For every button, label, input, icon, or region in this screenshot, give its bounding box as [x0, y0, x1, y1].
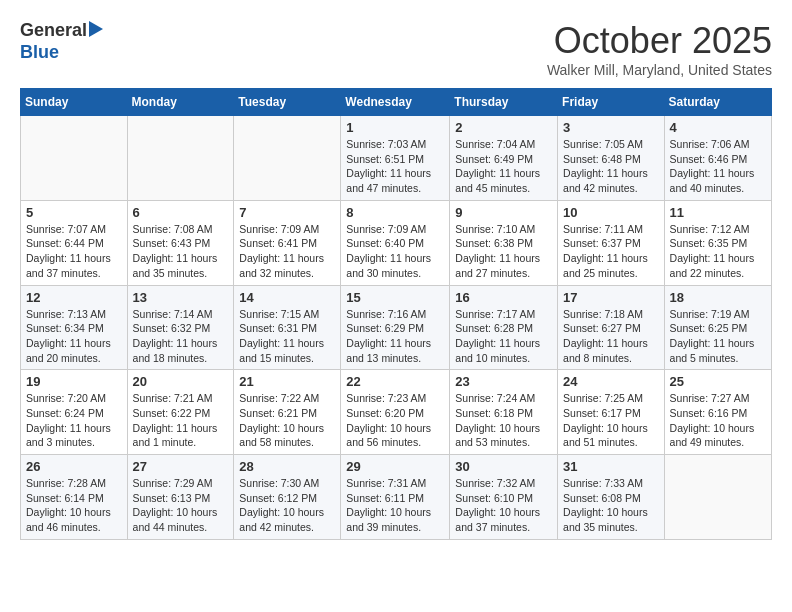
calendar-cell: 29Sunrise: 7:31 AM Sunset: 6:11 PM Dayli… [341, 455, 450, 540]
day-info: Sunrise: 7:04 AM Sunset: 6:49 PM Dayligh… [455, 137, 552, 196]
day-info: Sunrise: 7:09 AM Sunset: 6:41 PM Dayligh… [239, 222, 335, 281]
day-number: 31 [563, 459, 659, 474]
day-info: Sunrise: 7:07 AM Sunset: 6:44 PM Dayligh… [26, 222, 122, 281]
day-info: Sunrise: 7:09 AM Sunset: 6:40 PM Dayligh… [346, 222, 444, 281]
day-number: 9 [455, 205, 552, 220]
calendar-cell [234, 116, 341, 201]
calendar-cell: 22Sunrise: 7:23 AM Sunset: 6:20 PM Dayli… [341, 370, 450, 455]
day-info: Sunrise: 7:30 AM Sunset: 6:12 PM Dayligh… [239, 476, 335, 535]
calendar-cell: 10Sunrise: 7:11 AM Sunset: 6:37 PM Dayli… [558, 200, 665, 285]
day-info: Sunrise: 7:27 AM Sunset: 6:16 PM Dayligh… [670, 391, 766, 450]
header-sunday: Sunday [21, 89, 128, 116]
day-number: 23 [455, 374, 552, 389]
calendar-cell: 15Sunrise: 7:16 AM Sunset: 6:29 PM Dayli… [341, 285, 450, 370]
header-saturday: Saturday [664, 89, 771, 116]
day-number: 29 [346, 459, 444, 474]
calendar-cell: 26Sunrise: 7:28 AM Sunset: 6:14 PM Dayli… [21, 455, 128, 540]
day-info: Sunrise: 7:25 AM Sunset: 6:17 PM Dayligh… [563, 391, 659, 450]
calendar-cell: 14Sunrise: 7:15 AM Sunset: 6:31 PM Dayli… [234, 285, 341, 370]
day-number: 8 [346, 205, 444, 220]
calendar-cell: 8Sunrise: 7:09 AM Sunset: 6:40 PM Daylig… [341, 200, 450, 285]
calendar-cell: 31Sunrise: 7:33 AM Sunset: 6:08 PM Dayli… [558, 455, 665, 540]
month-title: October 2025 [547, 20, 772, 62]
day-info: Sunrise: 7:10 AM Sunset: 6:38 PM Dayligh… [455, 222, 552, 281]
day-number: 12 [26, 290, 122, 305]
calendar-cell: 16Sunrise: 7:17 AM Sunset: 6:28 PM Dayli… [450, 285, 558, 370]
logo: General Blue [20, 20, 103, 63]
calendar-cell: 4Sunrise: 7:06 AM Sunset: 6:46 PM Daylig… [664, 116, 771, 201]
day-info: Sunrise: 7:18 AM Sunset: 6:27 PM Dayligh… [563, 307, 659, 366]
calendar-cell: 5Sunrise: 7:07 AM Sunset: 6:44 PM Daylig… [21, 200, 128, 285]
header-wednesday: Wednesday [341, 89, 450, 116]
day-number: 22 [346, 374, 444, 389]
day-number: 26 [26, 459, 122, 474]
day-info: Sunrise: 7:31 AM Sunset: 6:11 PM Dayligh… [346, 476, 444, 535]
day-number: 17 [563, 290, 659, 305]
day-number: 2 [455, 120, 552, 135]
calendar-cell: 30Sunrise: 7:32 AM Sunset: 6:10 PM Dayli… [450, 455, 558, 540]
day-info: Sunrise: 7:28 AM Sunset: 6:14 PM Dayligh… [26, 476, 122, 535]
calendar-cell [127, 116, 234, 201]
calendar-cell: 7Sunrise: 7:09 AM Sunset: 6:41 PM Daylig… [234, 200, 341, 285]
day-number: 11 [670, 205, 766, 220]
day-info: Sunrise: 7:11 AM Sunset: 6:37 PM Dayligh… [563, 222, 659, 281]
day-number: 20 [133, 374, 229, 389]
calendar-cell: 19Sunrise: 7:20 AM Sunset: 6:24 PM Dayli… [21, 370, 128, 455]
calendar-cell: 25Sunrise: 7:27 AM Sunset: 6:16 PM Dayli… [664, 370, 771, 455]
page-header: General Blue October 2025 Walker Mill, M… [20, 20, 772, 78]
title-block: October 2025 Walker Mill, Maryland, Unit… [547, 20, 772, 78]
day-number: 19 [26, 374, 122, 389]
calendar-cell: 6Sunrise: 7:08 AM Sunset: 6:43 PM Daylig… [127, 200, 234, 285]
header-friday: Friday [558, 89, 665, 116]
calendar-cell: 20Sunrise: 7:21 AM Sunset: 6:22 PM Dayli… [127, 370, 234, 455]
day-info: Sunrise: 7:13 AM Sunset: 6:34 PM Dayligh… [26, 307, 122, 366]
day-number: 7 [239, 205, 335, 220]
day-info: Sunrise: 7:06 AM Sunset: 6:46 PM Dayligh… [670, 137, 766, 196]
day-number: 5 [26, 205, 122, 220]
day-number: 21 [239, 374, 335, 389]
day-number: 10 [563, 205, 659, 220]
day-number: 14 [239, 290, 335, 305]
calendar-cell: 17Sunrise: 7:18 AM Sunset: 6:27 PM Dayli… [558, 285, 665, 370]
day-info: Sunrise: 7:19 AM Sunset: 6:25 PM Dayligh… [670, 307, 766, 366]
header-tuesday: Tuesday [234, 89, 341, 116]
day-number: 13 [133, 290, 229, 305]
day-info: Sunrise: 7:22 AM Sunset: 6:21 PM Dayligh… [239, 391, 335, 450]
calendar-cell: 3Sunrise: 7:05 AM Sunset: 6:48 PM Daylig… [558, 116, 665, 201]
day-info: Sunrise: 7:08 AM Sunset: 6:43 PM Dayligh… [133, 222, 229, 281]
logo-arrow-icon [89, 21, 103, 37]
calendar-cell: 24Sunrise: 7:25 AM Sunset: 6:17 PM Dayli… [558, 370, 665, 455]
calendar-cell [664, 455, 771, 540]
weekday-header-row: SundayMondayTuesdayWednesdayThursdayFrid… [21, 89, 772, 116]
day-info: Sunrise: 7:16 AM Sunset: 6:29 PM Dayligh… [346, 307, 444, 366]
week-row-5: 26Sunrise: 7:28 AM Sunset: 6:14 PM Dayli… [21, 455, 772, 540]
week-row-2: 5Sunrise: 7:07 AM Sunset: 6:44 PM Daylig… [21, 200, 772, 285]
day-info: Sunrise: 7:17 AM Sunset: 6:28 PM Dayligh… [455, 307, 552, 366]
day-info: Sunrise: 7:21 AM Sunset: 6:22 PM Dayligh… [133, 391, 229, 450]
day-number: 24 [563, 374, 659, 389]
calendar-cell: 23Sunrise: 7:24 AM Sunset: 6:18 PM Dayli… [450, 370, 558, 455]
calendar-cell: 28Sunrise: 7:30 AM Sunset: 6:12 PM Dayli… [234, 455, 341, 540]
day-info: Sunrise: 7:20 AM Sunset: 6:24 PM Dayligh… [26, 391, 122, 450]
day-info: Sunrise: 7:12 AM Sunset: 6:35 PM Dayligh… [670, 222, 766, 281]
day-info: Sunrise: 7:32 AM Sunset: 6:10 PM Dayligh… [455, 476, 552, 535]
week-row-4: 19Sunrise: 7:20 AM Sunset: 6:24 PM Dayli… [21, 370, 772, 455]
day-number: 1 [346, 120, 444, 135]
calendar-cell: 13Sunrise: 7:14 AM Sunset: 6:32 PM Dayli… [127, 285, 234, 370]
day-info: Sunrise: 7:15 AM Sunset: 6:31 PM Dayligh… [239, 307, 335, 366]
day-info: Sunrise: 7:24 AM Sunset: 6:18 PM Dayligh… [455, 391, 552, 450]
day-info: Sunrise: 7:33 AM Sunset: 6:08 PM Dayligh… [563, 476, 659, 535]
day-info: Sunrise: 7:23 AM Sunset: 6:20 PM Dayligh… [346, 391, 444, 450]
calendar-cell: 21Sunrise: 7:22 AM Sunset: 6:21 PM Dayli… [234, 370, 341, 455]
day-info: Sunrise: 7:05 AM Sunset: 6:48 PM Dayligh… [563, 137, 659, 196]
calendar-cell: 18Sunrise: 7:19 AM Sunset: 6:25 PM Dayli… [664, 285, 771, 370]
logo-general: General [20, 20, 87, 42]
day-number: 28 [239, 459, 335, 474]
day-number: 6 [133, 205, 229, 220]
calendar-cell: 2Sunrise: 7:04 AM Sunset: 6:49 PM Daylig… [450, 116, 558, 201]
day-number: 25 [670, 374, 766, 389]
week-row-1: 1Sunrise: 7:03 AM Sunset: 6:51 PM Daylig… [21, 116, 772, 201]
day-info: Sunrise: 7:14 AM Sunset: 6:32 PM Dayligh… [133, 307, 229, 366]
day-number: 4 [670, 120, 766, 135]
location-text: Walker Mill, Maryland, United States [547, 62, 772, 78]
